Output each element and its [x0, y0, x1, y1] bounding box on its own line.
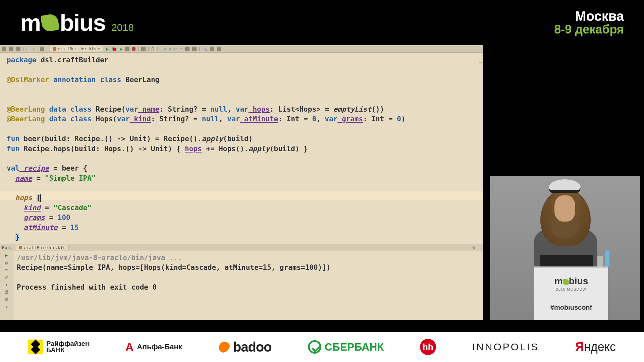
sponsor-yandex: Яндекс: [575, 340, 616, 354]
layout-icon[interactable]: [141, 47, 146, 51]
conference-dates: 8-9 декабря: [554, 23, 624, 36]
logo-year: 2018: [111, 22, 134, 33]
ide-window: ← → craftBuilder.kts ▾ ▶ 🐞 ▶ Git: ✓ ✓ ⟳ …: [0, 45, 483, 320]
build-icon[interactable]: [40, 47, 44, 51]
push-icon[interactable]: [192, 47, 197, 51]
more-icon[interactable]: ↗: [3, 304, 10, 309]
bottle: [605, 250, 609, 266]
run-label: Run:: [2, 245, 12, 250]
sber-icon: [308, 340, 321, 354]
clear-icon[interactable]: 🗑: [3, 297, 10, 302]
chevron-down-icon: ▾: [98, 47, 100, 51]
vcs-history-icon[interactable]: ⟳: [174, 47, 177, 51]
alfa-icon: А: [125, 341, 134, 354]
profile-icon[interactable]: [125, 47, 129, 51]
nav-back-icon[interactable]: ←: [26, 46, 29, 51]
separator: [37, 47, 37, 51]
search-icon[interactable]: 🔍: [202, 47, 207, 51]
vcs-commit-icon[interactable]: ✓: [169, 47, 171, 51]
separator: [148, 47, 149, 51]
logo-text-pre: m: [20, 9, 40, 36]
conference-header: m bius 2018 Москва 8-9 декабря: [0, 0, 644, 45]
ide-toolbar: ← → craftBuilder.kts ▾ ▶ 🐞 ▶ Git: ✓ ✓ ⟳ …: [0, 45, 483, 53]
settings-icon[interactable]: [210, 47, 214, 51]
minimize-icon[interactable]: —: [478, 245, 481, 250]
mobius-logo: m bius 2018: [20, 9, 134, 36]
debug-icon[interactable]: 🐞: [111, 46, 117, 52]
run-tab-name: craftBuilder.kts: [23, 245, 65, 250]
toggle-layout-icon[interactable]: ≡: [3, 267, 10, 273]
conference-city: Москва: [554, 9, 624, 23]
hh-icon: hh: [420, 339, 436, 355]
sponsor-bar: РайффайзенБАНК А Альфа-Банк badoo СБЕРБА…: [0, 332, 644, 362]
gear-icon[interactable]: ⚙: [472, 245, 475, 250]
editor-scrollbar[interactable]: [479, 60, 482, 244]
save-icon[interactable]: [9, 47, 13, 51]
git-label: Git:: [151, 47, 161, 51]
speaker-camera: mbius 2018 MOSCOW #mobiusconf: [490, 176, 640, 320]
run-icon[interactable]: ▶: [106, 46, 108, 52]
conference-meta: Москва 8-9 декабря: [554, 9, 624, 36]
scroll-marker: [479, 62, 482, 63]
scroll-to-end-icon[interactable]: ↧: [3, 282, 10, 287]
sponsor-innopolis: INNOPOLIS: [472, 341, 539, 353]
sponsor-sberbank: СБЕРБАНК: [308, 340, 384, 354]
kotlin-file-icon: [53, 47, 56, 51]
leaf-icon: [40, 13, 60, 33]
podium-hashtag: #mobiusconf: [540, 300, 602, 311]
rerun-icon[interactable]: ▶: [3, 252, 10, 258]
cup: [597, 256, 603, 266]
kotlin-file-icon: [19, 246, 22, 249]
vcs-update-icon[interactable]: ✓: [164, 47, 166, 51]
separator: [47, 47, 47, 51]
logo-text-post: bius: [60, 9, 105, 36]
podium-subtitle: 2018 MOSCOW: [534, 287, 608, 291]
run-commandline: /usr/lib/jvm/java-8-oracle/bin/java ...: [17, 253, 480, 263]
branch-icon[interactable]: [185, 47, 190, 51]
separator: [138, 47, 139, 51]
coverage-icon[interactable]: ▶: [120, 46, 122, 52]
code-content: package dsl.craftBuilder @DslMarker anno…: [7, 55, 483, 242]
open-icon[interactable]: [2, 47, 6, 51]
run-exit-line: Process finished with exit code 0: [17, 283, 480, 292]
run-config-name: craftBuilder.kts: [58, 47, 97, 51]
separator: [199, 47, 200, 51]
nav-forward-icon[interactable]: →: [32, 46, 34, 51]
run-toolwindow: ▶ ■ ≡ ⎙ ↧ 🖶 🗑 ↗ /usr/lib/jvm/java-8-orac…: [0, 251, 483, 320]
refresh-icon[interactable]: [16, 47, 20, 51]
podium: mbius 2018 MOSCOW #mobiusconf: [534, 266, 608, 320]
laptop: [540, 255, 593, 267]
stop-icon[interactable]: [132, 47, 136, 51]
sponsor-badoo: badoo: [218, 340, 272, 355]
stop-run-icon[interactable]: ■: [3, 260, 10, 265]
run-config-selector[interactable]: craftBuilder.kts ▾: [50, 46, 103, 52]
run-toolwindow-header: Run: craftBuilder.kts ⚙ —: [0, 244, 483, 251]
run-tab[interactable]: craftBuilder.kts: [16, 245, 68, 250]
structure-icon[interactable]: [217, 47, 221, 51]
run-gutter: ▶ ■ ≡ ⎙ ↧ 🖶 🗑 ↗: [0, 251, 13, 320]
separator: [23, 47, 23, 51]
text-caret: [40, 194, 41, 202]
code-editor[interactable]: package dsl.craftBuilder @DslMarker anno…: [0, 53, 483, 244]
sponsor-hh: hh: [420, 339, 436, 355]
pin-icon[interactable]: ⎙: [3, 275, 10, 280]
run-stdout-line: Recipe(name=Simple IPA, hops=[Hops(kind=…: [17, 263, 480, 273]
run-output[interactable]: /usr/lib/jvm/java-8-oracle/bin/java ... …: [13, 251, 483, 320]
leaf-icon: [562, 278, 569, 285]
sponsor-raiffeisen: РайффайзенБАНК: [28, 340, 89, 354]
print-icon[interactable]: 🖶: [3, 289, 10, 295]
raiffeisen-icon: [28, 340, 43, 354]
vcs-revert-icon[interactable]: ↶: [180, 47, 182, 51]
heart-icon: [216, 339, 231, 354]
sponsor-alfabank: А Альфа-Банк: [125, 341, 182, 354]
